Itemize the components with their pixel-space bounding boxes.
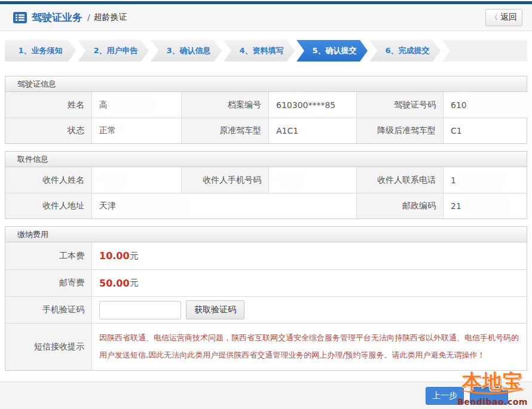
pickup-info-section: 取件信息 收件人姓名 收件人手机号码 收件人联系电话 1 收件人地址 天津 邮政… (5, 151, 527, 219)
license-info-section: 驾驶证信息 姓名 高 档案编号 610300****85 驾驶证号码 610 状… (5, 76, 527, 144)
step-tabs: 1、业务须知 2、用户申告 3、确认信息 4、资料填写 5、确认提交 6、完成提… (5, 40, 527, 61)
tab-step-1[interactable]: 1、业务须知 (5, 40, 76, 61)
captcha-row: 手机验证码 获取验证码 (5, 296, 527, 323)
page-header: 驾驶证业务 / 超龄换证 〈 返回 (0, 4, 532, 31)
field-value-archive-no: 610300****85 (268, 92, 356, 118)
field-value-license-no: 610 (443, 92, 532, 118)
field-label-original-class: 原准驾车型 (181, 118, 268, 143)
fee-label-card: 工本费 (5, 242, 91, 269)
tab-step-4[interactable]: 4、资料填写 (224, 40, 295, 61)
redaction-blur (110, 100, 154, 110)
sms-code-input[interactable] (99, 301, 181, 319)
fee-unit-postage: 元 (130, 278, 139, 288)
captcha-label: 手机验证码 (5, 297, 91, 323)
sms-notice-row: 短信接收提示 因陕西省联通、电信运营商技术问题，陕西省互联网交通安全综合服务管理… (5, 323, 527, 370)
field-label-postcode: 邮政编码 (356, 193, 443, 219)
field-value-recipient-phone: 1 (443, 167, 527, 193)
tab-step-3[interactable]: 3、确认信息 (151, 40, 222, 61)
get-sms-code-button[interactable]: 获取验证码 (186, 300, 244, 319)
fee-label-postage: 邮寄费 (5, 270, 91, 296)
table-row: 收件人姓名 收件人手机号码 收件人联系电话 1 (5, 167, 527, 193)
field-label-license-no: 驾驶证号码 (356, 92, 443, 118)
watermark-logo-text: 本地宝 (453, 371, 532, 391)
page-title: 驾驶证业务 (32, 11, 82, 24)
field-value-original-class: A1C1 (268, 118, 356, 143)
field-label-recipient-name: 收件人姓名 (5, 167, 91, 193)
fees-section: 缴纳费用 工本费 10.00 元 邮寄费 50.00 元 手机验证码 获取验证码… (5, 226, 527, 371)
back-button[interactable]: 〈 返回 (485, 9, 522, 26)
license-section-title: 驾驶证信息 (5, 76, 527, 92)
fees-section-title: 缴纳费用 (5, 227, 527, 242)
bendibao-watermark: 本地宝 Bendibao.com (453, 371, 532, 407)
fee-value-card: 10.00 元 (91, 242, 527, 269)
field-value-postcode: 21 (443, 193, 527, 219)
field-value-recipient-name (91, 167, 181, 193)
table-row: 状态 正常 原准驾车型 A1C1 降级后准驾车型 C1 (5, 118, 527, 143)
field-label-downgraded-class: 降级后准驾车型 (356, 118, 443, 143)
breadcrumb-separator: / (87, 13, 90, 22)
field-label-recipient-address: 收件人地址 (5, 193, 91, 219)
sms-notice-label: 短信接收提示 (5, 324, 91, 370)
table-row: 姓名 高 档案编号 610300****85 驾驶证号码 610 (5, 92, 527, 118)
back-button-label: 返回 (500, 12, 517, 23)
redaction-blur (102, 175, 127, 185)
fee-value-postage: 50.00 元 (91, 270, 527, 296)
fee-unit-card: 元 (130, 251, 139, 262)
fee-amount-card: 10.00 (99, 250, 130, 262)
sms-notice-text: 因陕西省联通、电信运营商技术问题，陕西省互联网交通安全综合服务管理平台无法向持陕… (92, 325, 527, 368)
fee-amount-postage: 50.00 (99, 278, 130, 289)
field-label-recipient-phone: 收件人联系电话 (356, 167, 443, 193)
field-value-status: 正常 (91, 118, 181, 143)
tab-step-6[interactable]: 6、完成提交 (369, 40, 441, 61)
back-chevron-icon: 〈 (491, 13, 498, 23)
footer-action-bar: 上一步 (0, 382, 532, 409)
field-label-recipient-mobile: 收件人手机号码 (181, 167, 268, 193)
watermark-domain-text: Bendibao.com (453, 397, 532, 407)
tab-step-2[interactable]: 2、用户申告 (78, 40, 149, 61)
sms-notice-cell: 因陕西省联通、电信运营商技术问题，陕西省互联网交通安全综合服务管理平台无法向持陕… (91, 324, 527, 370)
fee-row-postage: 邮寄费 50.00 元 (5, 269, 527, 296)
field-label-archive-no: 档案编号 (181, 92, 268, 118)
field-value-name: 高 (91, 92, 181, 118)
tab-step-5-active[interactable]: 5、确认提交 (296, 40, 368, 61)
breadcrumb-current: 超龄换证 (94, 12, 127, 23)
tab-strip-filler (442, 40, 527, 61)
table-row: 收件人地址 天津 邮政编码 21 (5, 193, 527, 219)
license-business-icon (13, 12, 27, 23)
field-value-recipient-mobile (268, 167, 356, 193)
field-value-downgraded-class: C1 (443, 118, 527, 143)
fee-row-card-fee: 工本费 10.00 元 (5, 242, 527, 269)
redaction-blur (458, 175, 503, 185)
field-label-name: 姓名 (5, 92, 91, 118)
redaction-blur (469, 100, 532, 110)
redaction-blur (464, 201, 508, 211)
field-label-status: 状态 (5, 118, 91, 143)
pickup-section-title: 取件信息 (5, 152, 527, 167)
field-value-recipient-address: 天津 (91, 193, 356, 219)
redaction-blur (279, 175, 304, 185)
redaction-blur (118, 201, 189, 211)
captcha-field-area: 获取验证码 (91, 297, 527, 323)
